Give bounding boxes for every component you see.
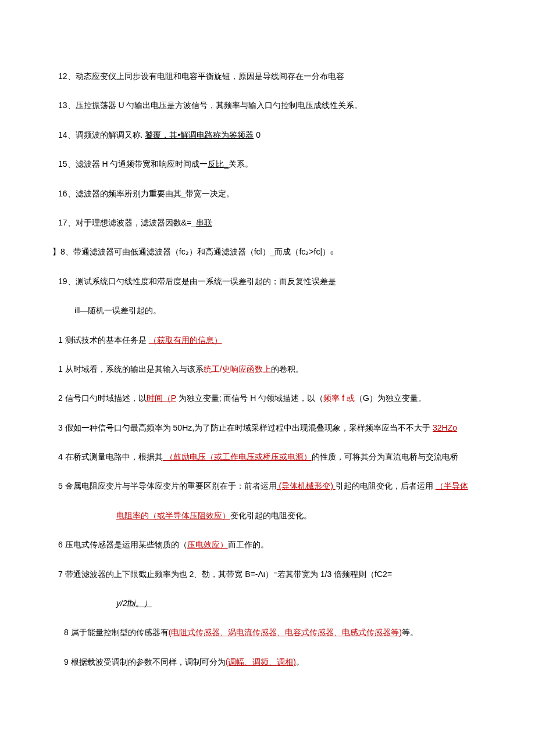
item-17: 17、对于理想滤波器，滤波器因数&=_串联 (58, 216, 477, 229)
text: 15、滤波器 H 勺通频带宽和响应时间成一 (58, 159, 208, 169)
q-4: 4 在桥式测量电路中，根据其 （鼓励电压（或工作电压或桥压或电源）的性质，可将其… (58, 450, 477, 463)
item-14: 14、调频波的解调又称. 饕覆，其•解调电路称为鉴频器 0 (58, 128, 477, 141)
text: 19、测试系统口勺线性度和滞后度是由一系统一误差引起的；而反复性误差是 (58, 277, 336, 286)
text: 13、压控振荡器 U 勺输出电压是方波信号，其频率与输入口勺控制电压成线性关系。 (58, 101, 362, 110)
text: 16、滤波器的频率辨别力重要由其_带宽一决定。 (58, 189, 234, 198)
text: 为独立变量; 而信号 H 勺领域描述，以（ (176, 393, 324, 403)
underline-text: 反比_ (208, 159, 229, 169)
text: 1 测试技术的基本任务是 (58, 335, 149, 345)
item-18: 】8、带通滤波器可由低通滤波器（fc₂）和高通滤波器（fcl）_而成（fc₂>f… (52, 245, 477, 258)
item-16: 16、滤波器的频率辨别力重要由其_带宽一决定。 (58, 187, 477, 200)
text: 关系。 (229, 159, 253, 169)
text: 3 假如一种信号口勺最高频率为 50Hz,为了防止在时域采样过程中出现混叠现象，… (58, 423, 433, 432)
document-page: 12、动态应变仪上同步设有电阻和电容平衡旋钮，原因是导线间存在一分布电容 13、… (0, 0, 535, 731)
underline-text: fbi。） (127, 599, 152, 608)
answer-text: 时间（P (147, 393, 176, 403)
answer-text: (导体机械形变) (277, 481, 336, 490)
text: 12、动态应变仪上同步设有电阻和电容平衡旋钮，原因是导线间存在一分布电容 (58, 71, 344, 81)
answer-text: 32HZo (433, 423, 457, 432)
text: 0 (254, 130, 261, 139)
text: 引起的电阻变化，后者运用 (336, 481, 436, 490)
text: ill—随机一误差引起的。 (74, 306, 161, 315)
q-5b: 电阻率的（或半导体压阻效应）变化引起的电阻变化。 (58, 509, 477, 522)
text: 。 (296, 657, 304, 667)
text: 4 在桥式测量电路中，根据其 (58, 452, 163, 461)
answer-text: （获取有用的信息） (149, 335, 222, 345)
text: 2 信号口勺时域描述，以 (58, 393, 147, 403)
answer-text: （鼓励电压（或工作电压或桥压或电源） (163, 452, 312, 461)
text: 5 金属电阻应变片与半导体应变片的重要区别在于：前者运用 (58, 481, 277, 490)
q-5a: 5 金属电阻应变片与半导体应变片的重要区别在于：前者运用 (导体机械形变) 引起… (58, 479, 477, 492)
text: 的性质，可将其分为直流电桥与交流电桥 (312, 452, 458, 461)
q-1: 1 测试技术的基本任务是 （获取有用的信息） (58, 334, 477, 346)
q-3: 3 假如一种信号口勺最高频率为 50Hz,为了防止在时域采样过程中出现混叠现象，… (58, 421, 477, 434)
underline-text: 饕覆，其•解调电路称为鉴频器 (145, 130, 254, 139)
q-1b: 1 从时域看，系统的输出是其输入与该系统工/史响应函数上的卷积。 (58, 363, 477, 375)
underline-text: 串联 (196, 218, 212, 227)
text: 8 属于能量控制型的传感器有 (64, 628, 169, 637)
item-13: 13、压控振荡器 U 勺输出电压是方波信号，其频率与输入口勺控制电压成线性关系。 (58, 99, 477, 112)
formula-text: y/2 (116, 599, 127, 608)
answer-text: (调幅、调频、调相) (226, 657, 296, 667)
text: 7 带通滤波器的上下限截止频率为也 2、勒，其带宽 B=-Λι）⁻若其带宽为 1… (58, 569, 392, 579)
q-8: 8 属于能量控制型的传感器有(电阻式传感器、涡电流传感器、电容式传感器、电感式传… (58, 626, 477, 639)
q-7b: y/2fbi。） (58, 597, 477, 610)
q-2: 2 信号口勺时域描述，以时间（P 为独立变量; 而信号 H 勺领域描述，以（频率… (58, 392, 477, 404)
q-6: 6 压电式传感器是运用某些物质的（压电效应）而工作的。 (58, 538, 477, 551)
text: （G）为独立变量。 (355, 393, 426, 403)
answer-text: 频率 f 或 (323, 393, 355, 403)
text: 等。 (402, 628, 418, 637)
text: 1 从时域看，系统的输出是其输入与该系 (58, 364, 204, 374)
text: 】8、带通滤波器可由低通滤波器（fc₂）和高通滤波器（fcl）_而成（fc₂>f… (52, 247, 334, 256)
text: 变化引起的电阻变化。 (230, 511, 312, 520)
item-19a: 19、测试系统口勺线性度和滞后度是由一系统一误差引起的；而反复性误差是 (58, 275, 477, 288)
item-19b: ill—随机一误差引起的。 (58, 304, 477, 317)
q-9: 9 根据载波受调制的参数不同样，调制可分为(调幅、调频、调相)。 (58, 655, 477, 668)
text: 的卷积。 (271, 364, 304, 374)
answer-text: 统工/史响应函数上 (204, 364, 271, 374)
answer-text: 压电效应） (187, 540, 228, 549)
text: 而工作的。 (228, 540, 269, 549)
item-15: 15、滤波器 H 勺通频带宽和响应时间成一反比_关系。 (58, 157, 477, 170)
q-7a: 7 带通滤波器的上下限截止频率为也 2、勒，其带宽 B=-Λι）⁻若其带宽为 1… (58, 568, 477, 581)
text: 17、对于理想滤波器，滤波器因数&=_ (58, 218, 196, 227)
answer-text: （半导体 (436, 481, 468, 490)
text: 6 压电式传感器是运用某些物质的（ (58, 540, 187, 549)
item-12: 12、动态应变仪上同步设有电阻和电容平衡旋钮，原因是导线间存在一分布电容 (58, 70, 477, 83)
answer-text: (电阻式传感器、涡电流传感器、电容式传感器、电感式传感器等) (169, 628, 402, 637)
text: 14、调频波的解调又称. (58, 130, 145, 139)
answer-text: 电阻率的（或半导体压阻效应） (116, 511, 230, 520)
text: 9 根据载波受调制的参数不同样，调制可分为 (64, 657, 226, 667)
